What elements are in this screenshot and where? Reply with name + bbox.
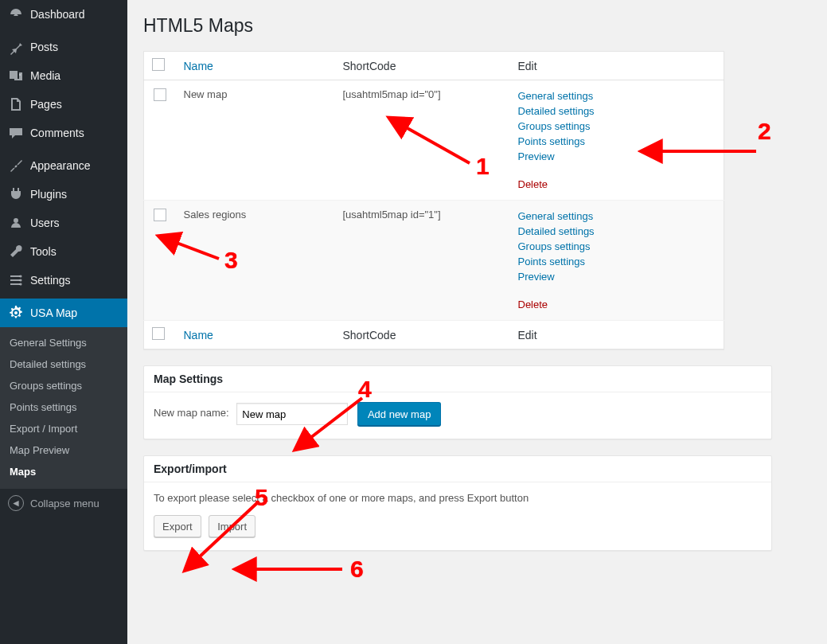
sidebar-item-label: Pages — [30, 97, 62, 111]
sidebar-item-tools[interactable]: Tools — [0, 237, 127, 266]
sidebar-item-label: Plugins — [30, 187, 67, 201]
media-icon — [8, 68, 24, 84]
link-detailed-settings[interactable]: Detailed settings — [518, 224, 716, 239]
sidebar-item-media[interactable]: Media — [0, 61, 127, 90]
sidebar-item-dashboard[interactable]: Dashboard — [0, 0, 127, 29]
tools-icon — [8, 244, 24, 260]
sidebar-item-label: Appearance — [30, 158, 91, 173]
svg-point-5 — [20, 279, 22, 282]
link-groups-settings[interactable]: Groups settings — [518, 119, 716, 134]
submenu-item-export-import[interactable]: Export / Import — [0, 418, 127, 439]
svg-point-6 — [20, 283, 22, 286]
row-name: Sales regions — [176, 201, 335, 321]
sidebar-item-users[interactable]: Users — [0, 209, 127, 237]
comments-icon — [8, 125, 24, 141]
add-new-map-button[interactable]: Add new map — [357, 402, 442, 426]
sidebar-item-label: Posts — [30, 40, 58, 54]
pages-icon — [8, 96, 24, 112]
new-map-name-label: New map name: — [154, 407, 229, 419]
link-delete[interactable]: Delete — [518, 297, 716, 312]
select-all-bottom-checkbox[interactable] — [152, 327, 165, 340]
svg-rect-3 — [10, 283, 20, 285]
column-footer-edit: Edit — [510, 321, 724, 349]
sidebar-item-plugins[interactable]: Plugins — [0, 180, 127, 209]
submenu-item-detailed-settings[interactable]: Detailed settings — [0, 353, 127, 375]
admin-sidebar: Dashboard Posts Media Pages Comments App… — [0, 0, 127, 644]
submenu-item-points-settings[interactable]: Points settings — [0, 396, 127, 418]
column-header-edit: Edit — [510, 52, 724, 80]
link-points-settings[interactable]: Points settings — [518, 134, 716, 149]
export-import-box: Export/import To export please select a … — [143, 455, 772, 551]
gear-icon — [8, 305, 24, 321]
map-settings-box: Map Settings New map name: Add new map — [143, 365, 772, 439]
row-edit-links: General settings Detailed settings Group… — [518, 209, 716, 312]
submenu-item-map-preview[interactable]: Map Preview — [0, 439, 127, 461]
row-checkbox[interactable] — [154, 209, 166, 221]
row-checkbox[interactable] — [154, 88, 166, 101]
sidebar-item-label: Settings — [30, 273, 71, 287]
column-header-shortcode: ShortCode — [335, 52, 510, 80]
page-title: HTML5 Maps — [143, 8, 811, 40]
sidebar-item-appearance[interactable]: Appearance — [0, 151, 127, 180]
link-detailed-settings[interactable]: Detailed settings — [518, 103, 716, 119]
link-groups-settings[interactable]: Groups settings — [518, 239, 716, 254]
dashboard-icon — [8, 6, 24, 22]
link-general-settings[interactable]: General settings — [518, 88, 716, 103]
sidebar-item-settings[interactable]: Settings — [0, 266, 127, 295]
collapse-menu[interactable]: ◄ Collapse menu — [0, 489, 127, 517]
users-icon — [8, 215, 24, 231]
sidebar-item-posts[interactable]: Posts — [0, 33, 127, 61]
appearance-icon — [8, 158, 24, 174]
submenu-item-maps[interactable]: Maps — [0, 461, 127, 482]
plugins-icon — [8, 186, 24, 202]
maps-table: Name ShortCode Edit New map [usahtml5map… — [143, 51, 724, 349]
sidebar-item-comments[interactable]: Comments — [0, 119, 127, 147]
row-name: New map — [176, 80, 335, 201]
submenu-item-general-settings[interactable]: General Settings — [0, 332, 127, 353]
sidebar-submenu-usa-map: General Settings Detailed settings Group… — [0, 327, 127, 489]
sidebar-item-label: Comments — [30, 126, 84, 140]
sidebar-item-pages[interactable]: Pages — [0, 90, 127, 119]
column-header-name[interactable]: Name — [184, 60, 213, 72]
row-shortcode: [usahtml5map id="1"] — [335, 201, 510, 321]
sidebar-item-usa-map[interactable]: USA Map — [0, 299, 127, 327]
link-points-settings[interactable]: Points settings — [518, 254, 716, 269]
svg-rect-2 — [10, 279, 20, 281]
column-footer-shortcode: ShortCode — [335, 321, 510, 349]
sidebar-item-label: Tools — [30, 244, 57, 259]
sidebar-item-label: USA Map — [30, 306, 77, 320]
select-all-top-checkbox[interactable] — [152, 58, 165, 71]
pin-icon — [8, 39, 24, 55]
link-delete[interactable]: Delete — [518, 177, 716, 192]
link-general-settings[interactable]: General settings — [518, 209, 716, 224]
table-row: New map [usahtml5map id="0"] General set… — [144, 80, 724, 201]
settings-icon — [8, 272, 24, 288]
export-help-text: To export please select a checkbox of on… — [154, 492, 762, 504]
svg-rect-1 — [10, 275, 20, 277]
import-button[interactable]: Import — [209, 515, 256, 537]
export-button[interactable]: Export — [154, 515, 201, 537]
map-settings-heading: Map Settings — [144, 366, 771, 392]
svg-point-4 — [20, 275, 22, 278]
sidebar-item-label: Media — [30, 68, 60, 83]
svg-point-0 — [19, 74, 21, 76]
main-content: HTML5 Maps Name ShortCode Edit New map [… — [127, 0, 827, 644]
collapse-label: Collapse menu — [30, 498, 99, 509]
export-import-heading: Export/import — [144, 456, 771, 482]
link-preview[interactable]: Preview — [518, 269, 716, 284]
row-edit-links: General settings Detailed settings Group… — [518, 88, 716, 192]
table-row: Sales regions [usahtml5map id="1"] Gener… — [144, 201, 724, 321]
collapse-icon: ◄ — [8, 495, 24, 511]
sidebar-item-label: Dashboard — [30, 7, 85, 21]
new-map-name-input[interactable] — [236, 403, 348, 425]
column-footer-name[interactable]: Name — [184, 329, 213, 342]
link-preview[interactable]: Preview — [518, 149, 716, 164]
submenu-item-groups-settings[interactable]: Groups settings — [0, 375, 127, 396]
sidebar-item-label: Users — [30, 216, 60, 230]
row-shortcode: [usahtml5map id="0"] — [335, 80, 510, 201]
